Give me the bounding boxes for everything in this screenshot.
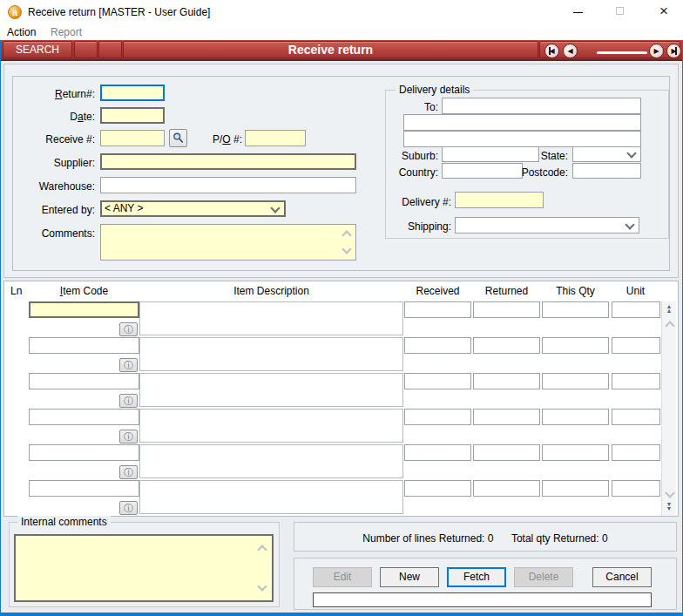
received-input[interactable] xyxy=(404,444,471,461)
unit-input[interactable] xyxy=(612,409,660,425)
unit-input[interactable] xyxy=(612,337,660,354)
supplier-label: Supplier: xyxy=(17,157,95,169)
item-code-input[interactable] xyxy=(29,373,139,389)
item-description-input[interactable] xyxy=(139,480,403,514)
delivery-number-input[interactable] xyxy=(455,192,544,208)
item-description-input[interactable] xyxy=(139,301,403,335)
cancel-button[interactable]: Cancel xyxy=(592,567,652,587)
unit-input[interactable] xyxy=(612,480,660,497)
new-button[interactable]: New xyxy=(380,567,439,587)
receive-number-label: Receive #: xyxy=(17,133,95,146)
returned-input[interactable] xyxy=(473,409,540,425)
scroll-down-icon[interactable] xyxy=(342,244,351,254)
search-button[interactable]: SEARCH xyxy=(3,41,72,58)
menu-report[interactable]: Report xyxy=(51,26,82,38)
po-number-input[interactable] xyxy=(245,130,306,146)
shipping-select[interactable] xyxy=(455,217,639,234)
header-ln: Ln xyxy=(10,285,22,297)
scroll-up-icon[interactable] xyxy=(342,230,351,240)
item-info-button[interactable]: ⓘ xyxy=(119,430,138,443)
unit-input[interactable] xyxy=(612,301,660,318)
minimize-icon xyxy=(573,12,583,13)
warehouse-input[interactable] xyxy=(100,177,356,193)
delivery-address3-input[interactable] xyxy=(403,131,641,147)
item-description-input[interactable] xyxy=(139,444,403,478)
menu-action[interactable]: Action xyxy=(7,26,36,38)
message-input[interactable] xyxy=(313,592,652,607)
received-input[interactable] xyxy=(404,480,471,497)
postcode-input[interactable] xyxy=(572,163,641,179)
returned-input[interactable] xyxy=(473,444,540,461)
unit-input[interactable] xyxy=(612,373,660,389)
country-input[interactable] xyxy=(442,163,523,179)
receive-number-input[interactable] xyxy=(100,130,165,146)
nav-slider[interactable] xyxy=(597,51,647,54)
nav-next-button[interactable]: ▶ xyxy=(649,44,664,58)
scroll-down-icon[interactable] xyxy=(665,488,674,498)
menu-bar xyxy=(0,24,683,40)
scroll-up-icon[interactable] xyxy=(257,545,267,554)
received-input[interactable] xyxy=(404,337,471,354)
header-unit: Unit xyxy=(612,285,659,297)
item-info-button[interactable]: ⓘ xyxy=(119,501,138,515)
edit-button[interactable]: Edit xyxy=(313,567,372,587)
returned-input[interactable] xyxy=(473,301,540,318)
minimize-button[interactable] xyxy=(565,0,594,23)
item-description-input[interactable] xyxy=(139,373,403,407)
this-qty-input[interactable] xyxy=(542,373,609,389)
nav-previous-icon: ◀ xyxy=(567,47,572,55)
entered-by-select[interactable]: < ANY > xyxy=(100,200,286,217)
scroll-up-icon[interactable] xyxy=(665,321,674,330)
received-input[interactable] xyxy=(404,373,471,389)
fetch-button[interactable]: Fetch xyxy=(447,567,506,587)
item-info-button[interactable]: ⓘ xyxy=(119,394,138,408)
received-input[interactable] xyxy=(404,301,471,318)
window-border-bottom xyxy=(0,613,683,616)
nav-first-button[interactable]: ◀ xyxy=(544,44,559,58)
item-info-button[interactable]: ⓘ xyxy=(119,465,138,479)
item-code-input[interactable] xyxy=(29,337,139,354)
item-info-button[interactable]: ⓘ xyxy=(119,322,138,336)
this-qty-input[interactable] xyxy=(542,337,609,354)
lines-returned-label: Number of lines Returned: xyxy=(362,532,484,545)
item-info-button[interactable]: ⓘ xyxy=(119,358,138,372)
item-description-input[interactable] xyxy=(139,409,403,443)
delete-button[interactable]: Delete xyxy=(514,567,573,587)
po-number-label: P/O #: xyxy=(183,133,242,146)
item-code-input[interactable] xyxy=(29,301,139,318)
supplier-input[interactable] xyxy=(100,153,356,170)
date-label: Date: xyxy=(17,111,95,123)
return-number-input[interactable] xyxy=(100,85,165,101)
header-this-qty: This Qty xyxy=(542,285,609,297)
entered-by-label: Entered by: xyxy=(17,204,95,216)
delivery-to-input[interactable] xyxy=(442,98,641,114)
date-input[interactable] xyxy=(100,107,165,124)
item-code-input[interactable] xyxy=(29,480,139,497)
comments-label: Comments: xyxy=(17,227,95,240)
item-code-input[interactable] xyxy=(29,444,139,461)
table-scrollbar[interactable]: ▲▲ ▼▼ xyxy=(661,301,676,516)
comments-textarea[interactable] xyxy=(100,224,356,261)
unit-input[interactable] xyxy=(612,444,660,461)
this-qty-input[interactable] xyxy=(542,301,609,318)
item-description-input[interactable] xyxy=(139,337,403,371)
record-nav: ◀ ◀ ▶ ▶ xyxy=(539,41,680,58)
state-select[interactable] xyxy=(572,146,641,162)
toolbar: SEARCH Receive return ◀ ◀ ▶ ▶ xyxy=(1,40,682,61)
nav-previous-button[interactable]: ◀ xyxy=(563,44,578,58)
this-qty-input[interactable] xyxy=(542,444,609,461)
item-code-input[interactable] xyxy=(29,409,139,425)
scroll-down-icon[interactable] xyxy=(257,581,267,591)
this-qty-input[interactable] xyxy=(542,409,609,425)
returned-input[interactable] xyxy=(473,337,540,354)
scroll-last-icon[interactable]: ▼▼ xyxy=(664,502,674,511)
nav-last-button[interactable]: ▶ xyxy=(666,44,681,58)
scroll-first-icon[interactable]: ▲▲ xyxy=(664,304,674,313)
returned-input[interactable] xyxy=(473,480,540,497)
returned-input[interactable] xyxy=(473,373,540,389)
this-qty-input[interactable] xyxy=(542,480,609,497)
state-label: State: xyxy=(523,150,568,162)
delivery-address2-input[interactable] xyxy=(403,114,641,131)
internal-comments-textarea[interactable] xyxy=(14,534,274,602)
received-input[interactable] xyxy=(404,409,471,425)
